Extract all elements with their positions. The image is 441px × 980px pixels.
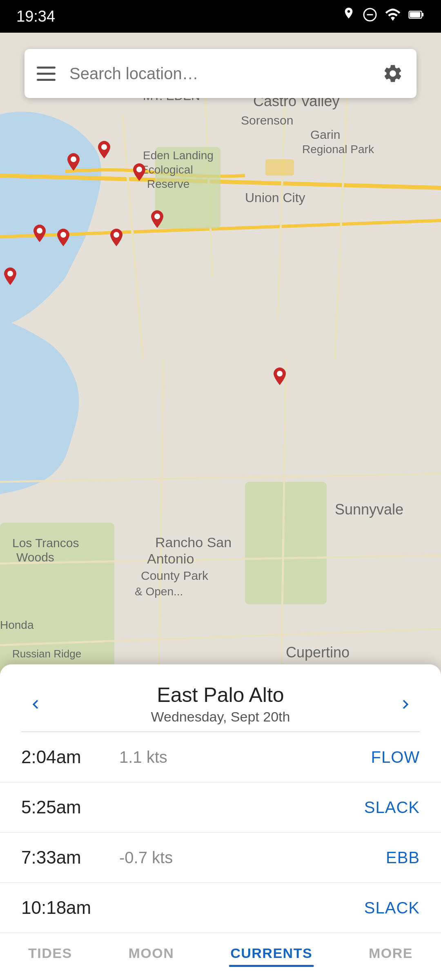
battery-status-icon [408, 8, 425, 24]
tab-more-label: MORE [369, 945, 413, 961]
location-name: East Palo Alto [50, 684, 391, 706]
svg-point-59 [136, 167, 142, 172]
wifi-status-icon [385, 8, 401, 24]
tab-currents[interactable]: CURRENTS [218, 941, 325, 965]
svg-point-64 [277, 371, 283, 376]
svg-rect-14 [245, 482, 327, 604]
current-entry-2: 5:25am SLACK [0, 782, 441, 833]
location-date-header: East Palo Alto Wednesday, Sept 20th [50, 684, 391, 725]
search-bar[interactable] [24, 49, 416, 98]
prev-day-button[interactable] [21, 690, 50, 719]
date-label: Wednesday, Sept 20th [50, 709, 391, 725]
hamburger-line-3 [37, 79, 56, 81]
tab-tides[interactable]: TIDES [16, 941, 85, 965]
entry-1-time: 2:04am [21, 747, 111, 767]
entry-3-time: 7:33am [21, 847, 111, 868]
svg-rect-12 [265, 159, 294, 176]
svg-point-65 [7, 271, 13, 276]
entry-1-type: FLOW [371, 748, 420, 766]
entry-2-type: SLACK [364, 798, 420, 817]
svg-text:Rancho San: Rancho San [155, 535, 232, 550]
entry-3-speed: -0.7 kts [119, 849, 386, 867]
sheet-header: East Palo Alto Wednesday, Sept 20th [0, 664, 441, 731]
svg-point-57 [71, 156, 76, 162]
svg-text:Garin: Garin [310, 128, 340, 141]
svg-point-63 [154, 214, 160, 219]
svg-text:Russian Ridge: Russian Ridge [12, 648, 81, 660]
entry-3-type: EBB [386, 849, 420, 867]
current-entry-1: 2:04am 1.1 kts FLOW [0, 732, 441, 782]
svg-text:Cupertino: Cupertino [286, 644, 350, 661]
tab-moon[interactable]: MOON [116, 941, 187, 965]
hamburger-line-2 [37, 73, 56, 75]
hamburger-menu-button[interactable] [37, 62, 60, 85]
svg-text:Union City: Union City [245, 190, 305, 205]
tab-moon-label: MOON [129, 945, 174, 961]
next-day-button[interactable] [391, 690, 420, 719]
entry-4-type: SLACK [364, 899, 420, 917]
svg-text:Eden Landing: Eden Landing [143, 149, 214, 162]
search-input[interactable] [69, 65, 381, 83]
svg-point-61 [60, 232, 66, 238]
bottom-tabs: TIDES MOON CURRENTS MORE [0, 933, 441, 980]
svg-text:Regional Park: Regional Park [302, 143, 374, 156]
svg-text:Honda: Honda [0, 619, 34, 631]
entry-4-time: 10:18am [21, 898, 111, 918]
svg-text:Woods: Woods [16, 550, 54, 564]
svg-rect-3 [422, 13, 423, 17]
svg-rect-4 [410, 12, 421, 18]
dnd-status-icon [363, 7, 377, 25]
svg-text:Ecological: Ecological [141, 163, 193, 176]
svg-text:County Park: County Park [141, 569, 209, 582]
svg-point-62 [114, 232, 119, 238]
svg-point-58 [101, 144, 107, 150]
status-time: 19:34 [16, 8, 55, 25]
bottom-sheet: East Palo Alto Wednesday, Sept 20th 2:04… [0, 664, 441, 980]
tab-more[interactable]: MORE [356, 941, 425, 965]
status-icons [342, 7, 425, 26]
status-bar: 19:34 [0, 0, 441, 33]
svg-text:Sunnyvale: Sunnyvale [335, 501, 403, 518]
hamburger-line-1 [37, 67, 56, 69]
svg-text:Los Trancos: Los Trancos [12, 536, 79, 550]
svg-text:& Open...: & Open... [135, 585, 183, 598]
svg-point-60 [37, 228, 42, 234]
location-status-icon [342, 7, 355, 26]
entry-2-time: 5:25am [21, 797, 111, 817]
svg-text:Sorenson: Sorenson [241, 114, 293, 127]
tab-tides-label: TIDES [28, 945, 72, 961]
current-entry-3: 7:33am -0.7 kts EBB [0, 833, 441, 883]
svg-text:Reserve: Reserve [147, 178, 189, 190]
svg-text:Antonio: Antonio [147, 551, 194, 566]
current-entry-4: 10:18am SLACK [0, 883, 441, 933]
settings-button[interactable] [381, 62, 404, 85]
tab-currents-underline [229, 965, 314, 967]
tab-currents-label: CURRENTS [230, 945, 312, 961]
entry-1-speed: 1.1 kts [119, 748, 371, 766]
